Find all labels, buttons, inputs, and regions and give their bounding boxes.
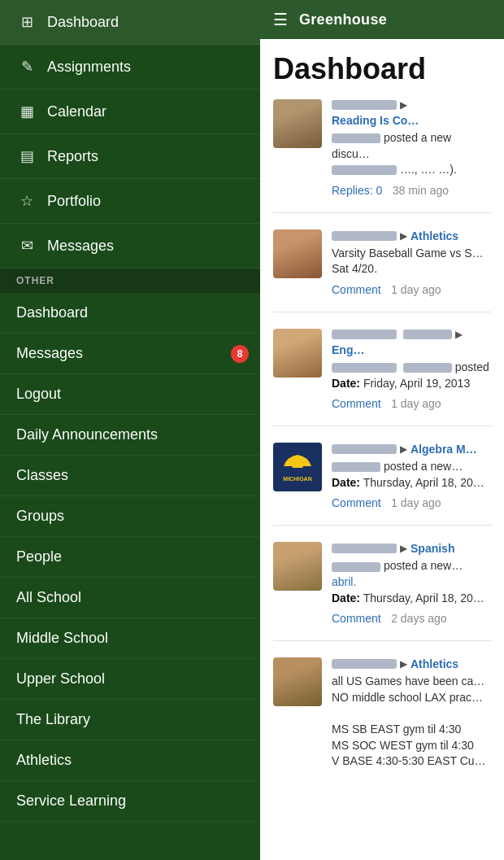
- user-name-3a: [332, 330, 397, 339]
- sidebar-item-upper-school[interactable]: Upper School: [0, 659, 260, 700]
- feed-item-5: ▶ Spanish posted a new… abril. Date: Thu…: [273, 542, 491, 641]
- content-area: Dashboard ▶ Reading Is Co… posted a new …: [260, 39, 504, 860]
- sidebar-item-library[interactable]: The Library: [0, 700, 260, 740]
- channel-3[interactable]: Eng…: [332, 343, 364, 356]
- feed-body-6: ▶ Athletics all US Games have been ca… N…: [332, 657, 491, 775]
- portfolio-icon: ☆: [16, 192, 37, 210]
- sidebar-item-groups[interactable]: Groups: [0, 496, 260, 537]
- user-name-2: [332, 231, 397, 241]
- sidebar-item-service-learning[interactable]: Service Learning: [0, 781, 260, 822]
- avatar-6: [273, 657, 322, 706]
- sidebar-item-reports[interactable]: ▤ Reports: [0, 134, 260, 179]
- feed-item-2: ▶ Athletics Varsity Baseball Game vs S… …: [273, 229, 491, 312]
- svg-rect-2: [292, 461, 303, 468]
- feed-text-6: all US Games have been ca… NO middle sch…: [332, 674, 491, 770]
- channel-5[interactable]: Spanish: [411, 542, 454, 555]
- sidebar-item-athletics[interactable]: Athletics: [0, 740, 260, 781]
- feed-body-3: ▶ Eng… posted Date: Friday, April 19, 20…: [332, 329, 491, 411]
- feed-meta-1[interactable]: Replies: 0: [332, 184, 382, 197]
- channel-4[interactable]: Algebra M…: [411, 443, 477, 456]
- feed-item-1: ▶ Reading Is Co… posted a new discu… ….,…: [273, 99, 491, 213]
- feed-text-1: posted a new discu… …., …. …).: [332, 130, 491, 178]
- feed-time-3: 1 day ago: [391, 397, 441, 410]
- avatar-5: [273, 542, 322, 591]
- feed-body-4: ▶ Algebra M… posted a new… Date: Thursda…: [332, 443, 491, 510]
- feed-time-4: 1 day ago: [391, 496, 441, 509]
- feed-time-5: 2 days ago: [391, 612, 447, 625]
- page-title: Dashboard: [273, 52, 491, 86]
- sidebar-item-logout[interactable]: Logout: [0, 374, 260, 415]
- avatar-1: [273, 99, 322, 148]
- sidebar-item-daily-announcements[interactable]: Daily Announcements: [0, 415, 260, 456]
- calendar-icon: ▦: [16, 103, 37, 120]
- sidebar-item-people[interactable]: People: [0, 537, 260, 578]
- user-name-5: [332, 544, 397, 553]
- feed-body-5: ▶ Spanish posted a new… abril. Date: Thu…: [332, 542, 491, 626]
- avatar-4: MICHIGAN: [273, 443, 322, 491]
- sidebar-item-other-dashboard[interactable]: Dashboard: [0, 293, 260, 334]
- topbar: ☰ Greenhouse: [260, 0, 504, 39]
- avatar-2: [273, 229, 322, 278]
- assignments-icon: ✎: [16, 58, 37, 76]
- hamburger-icon[interactable]: ☰: [273, 10, 288, 29]
- sidebar-item-other-messages[interactable]: Messages 8: [0, 334, 260, 374]
- feed-body-1: ▶ Reading Is Co… posted a new discu… ….,…: [332, 99, 491, 198]
- sidebar-item-calendar[interactable]: ▦ Calendar: [0, 89, 260, 134]
- sidebar-item-portfolio[interactable]: ☆ Portfolio: [0, 179, 260, 224]
- channel-1[interactable]: Reading Is Co…: [332, 114, 419, 127]
- sidebar-item-dashboard[interactable]: ⊞ Dashboard: [0, 0, 260, 45]
- dashboard-icon: ⊞: [16, 13, 37, 31]
- svg-text:MICHIGAN: MICHIGAN: [283, 476, 311, 482]
- feed-time-1: 38 min ago: [393, 184, 449, 197]
- feed-text-5: posted a new… abril. Date: Thursday, Apr…: [332, 558, 491, 606]
- messages-icon: ✉: [16, 237, 37, 255]
- main-panel: ☰ Greenhouse Dashboard ▶ Reading Is Co… …: [260, 0, 504, 860]
- feed-item-4: MICHIGAN ▶ Algebra M… posted a new… Date…: [273, 443, 491, 526]
- sidebar-item-classes[interactable]: Classes: [0, 456, 260, 496]
- feed-meta-5[interactable]: Comment: [332, 612, 381, 625]
- app-title: Greenhouse: [299, 11, 387, 28]
- channel-2[interactable]: Athletics: [411, 229, 458, 242]
- feed-text-4: posted a new… Date: Thursday, April 18, …: [332, 459, 491, 491]
- feed-meta-2[interactable]: Comment: [332, 283, 381, 296]
- messages-badge: 8: [231, 345, 249, 363]
- sidebar-item-all-school[interactable]: All School: [0, 578, 260, 618]
- user-name-4: [332, 444, 397, 454]
- sidebar-item-assignments[interactable]: ✎ Assignments: [0, 45, 260, 89]
- channel-6[interactable]: Athletics: [411, 657, 458, 670]
- sidebar-item-messages[interactable]: ✉ Messages: [0, 224, 260, 268]
- feed-meta-4[interactable]: Comment: [332, 496, 381, 509]
- feed-item-3: ▶ Eng… posted Date: Friday, April 19, 20…: [273, 329, 491, 426]
- avatar-3: [273, 329, 322, 378]
- user-name-6: [332, 659, 397, 669]
- sidebar: ⊞ Dashboard ✎ Assignments ▦ Calendar ▤ R…: [0, 0, 260, 860]
- feed-meta-3[interactable]: Comment: [332, 397, 381, 410]
- reports-icon: ▤: [16, 147, 37, 165]
- feed-body-2: ▶ Athletics Varsity Baseball Game vs S… …: [332, 229, 491, 297]
- feed-time-2: 1 day ago: [391, 283, 441, 296]
- main-nav: ⊞ Dashboard ✎ Assignments ▦ Calendar ▤ R…: [0, 0, 260, 268]
- sidebar-item-middle-school[interactable]: Middle School: [0, 618, 260, 659]
- feed-text-2: Varsity Baseball Game vs S… Sat 4/20.: [332, 246, 491, 277]
- feed-item-6: ▶ Athletics all US Games have been ca… N…: [273, 657, 491, 789]
- user-name-1: [332, 100, 397, 110]
- other-section-header: OTHER: [0, 268, 260, 293]
- feed-text-3: posted Date: Friday, April 19, 2013: [332, 360, 491, 391]
